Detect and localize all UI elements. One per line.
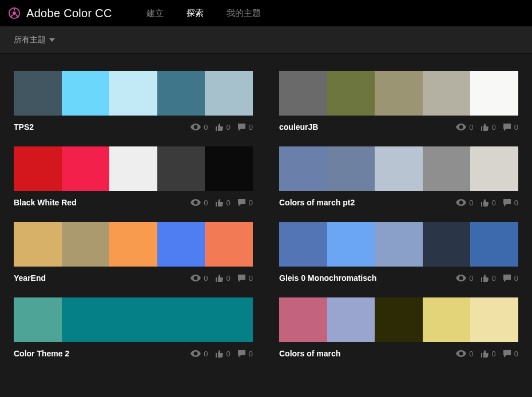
color-swatch[interactable] — [14, 222, 62, 267]
nav-my-themes[interactable]: 我的主題 — [215, 8, 272, 19]
views-stat[interactable]: 0 — [190, 199, 208, 207]
views-stat[interactable]: 0 — [190, 350, 208, 358]
color-swatch[interactable] — [279, 222, 327, 267]
thumb-up-icon — [215, 123, 224, 132]
likes-stat[interactable]: 0 — [481, 199, 496, 207]
likes-stat[interactable]: 0 — [215, 350, 231, 358]
color-swatch[interactable] — [470, 222, 518, 267]
color-swatch[interactable] — [375, 222, 423, 267]
color-swatch[interactable] — [157, 222, 205, 267]
nav-explore[interactable]: 探索 — [175, 8, 215, 19]
filter-dropdown[interactable]: 所有主題 — [14, 35, 55, 45]
color-swatch[interactable] — [109, 71, 157, 116]
color-swatch[interactable] — [470, 146, 518, 191]
likes-stat[interactable]: 0 — [481, 123, 496, 132]
views-stat[interactable]: 0 — [456, 274, 473, 283]
color-swatch[interactable] — [109, 146, 157, 191]
swatch-row[interactable] — [14, 71, 253, 116]
comments-stat[interactable]: 0 — [503, 350, 518, 358]
likes-stat[interactable]: 0 — [215, 199, 231, 207]
swatch-row[interactable] — [279, 71, 518, 116]
theme-name[interactable]: Colors of march — [279, 349, 340, 358]
svg-line-3 — [11, 15, 13, 17]
stat-count: 0 — [514, 274, 518, 283]
theme-name[interactable]: couleurJB — [279, 122, 318, 132]
views-stat[interactable]: 0 — [190, 274, 208, 283]
comments-stat[interactable]: 0 — [237, 199, 253, 207]
theme-meta: Black White Red000 — [14, 197, 253, 208]
color-swatch[interactable] — [157, 146, 205, 191]
theme-name[interactable]: Black White Red — [14, 198, 77, 207]
color-swatch[interactable] — [423, 297, 471, 342]
likes-stat[interactable]: 0 — [215, 274, 231, 283]
views-stat[interactable]: 0 — [456, 350, 473, 358]
theme-name[interactable]: Gleis 0 Monochromatisch — [279, 273, 376, 283]
views-stat[interactable]: 0 — [456, 123, 473, 132]
likes-stat[interactable]: 0 — [481, 350, 496, 358]
comments-stat[interactable]: 0 — [503, 199, 518, 207]
nav-create[interactable]: 建立 — [135, 8, 175, 19]
comments-stat[interactable]: 0 — [503, 123, 518, 132]
comments-stat[interactable]: 0 — [503, 274, 518, 283]
color-swatch[interactable] — [327, 222, 375, 267]
theme-meta: YearEnd000 — [14, 272, 253, 284]
theme-meta: Color Theme 2000 — [14, 348, 253, 359]
color-swatch[interactable] — [62, 222, 110, 267]
color-swatch[interactable] — [423, 71, 471, 116]
theme-stats: 000 — [190, 123, 253, 132]
theme-name[interactable]: Colors of march pt2 — [279, 198, 355, 207]
swatch-row[interactable] — [14, 222, 253, 267]
color-swatch[interactable] — [14, 146, 62, 191]
color-swatch[interactable] — [375, 297, 423, 342]
theme-stats: 000 — [456, 123, 518, 132]
color-swatch[interactable] — [279, 146, 327, 191]
swatch-row[interactable] — [279, 146, 518, 191]
app-header: Adobe Color CC 建立 探索 我的主題 — [0, 0, 532, 26]
color-swatch[interactable] — [62, 146, 110, 191]
color-swatch[interactable] — [423, 222, 471, 267]
theme-name[interactable]: TPS2 — [14, 122, 34, 132]
color-swatch[interactable] — [327, 297, 375, 342]
swatch-row[interactable] — [14, 146, 253, 191]
color-swatch[interactable] — [327, 146, 375, 191]
color-swatch[interactable] — [375, 71, 423, 116]
color-swatch[interactable] — [62, 71, 110, 116]
color-swatch[interactable] — [279, 297, 327, 342]
thumb-up-icon — [481, 199, 489, 207]
theme-name[interactable]: Color Theme 2 — [14, 349, 69, 358]
likes-stat[interactable]: 0 — [215, 123, 231, 132]
eye-icon — [190, 275, 201, 281]
likes-stat[interactable]: 0 — [481, 274, 496, 283]
color-swatch[interactable] — [14, 297, 62, 342]
stat-count: 0 — [204, 199, 208, 207]
views-stat[interactable]: 0 — [190, 123, 208, 132]
swatch-row[interactable] — [279, 297, 518, 342]
color-swatch[interactable] — [375, 146, 423, 191]
stat-count: 0 — [249, 274, 253, 283]
theme-card: Color Theme 2000 — [14, 297, 253, 359]
color-swatch[interactable] — [62, 297, 253, 342]
filter-bar: 所有主題 — [0, 26, 532, 54]
comments-stat[interactable]: 0 — [237, 274, 253, 283]
color-swatch[interactable] — [109, 222, 157, 267]
swatch-row[interactable] — [14, 297, 253, 342]
color-swatch[interactable] — [327, 71, 375, 116]
thumb-up-icon — [215, 274, 224, 283]
eye-icon — [456, 350, 466, 357]
color-swatch[interactable] — [205, 71, 253, 116]
color-swatch[interactable] — [470, 297, 518, 342]
swatch-row[interactable] — [279, 222, 518, 267]
views-stat[interactable]: 0 — [456, 199, 473, 207]
stat-count: 0 — [249, 199, 253, 207]
color-swatch[interactable] — [205, 222, 253, 267]
theme-name[interactable]: YearEnd — [14, 273, 46, 283]
color-swatch[interactable] — [14, 71, 62, 116]
color-swatch[interactable] — [423, 146, 471, 191]
comments-stat[interactable]: 0 — [237, 123, 253, 132]
color-swatch[interactable] — [157, 71, 205, 116]
color-swatch[interactable] — [470, 71, 518, 116]
color-swatch[interactable] — [205, 146, 253, 191]
color-swatch[interactable] — [279, 71, 327, 116]
comments-stat[interactable]: 0 — [237, 350, 253, 358]
main-nav: 建立 探索 我的主題 — [135, 8, 272, 19]
